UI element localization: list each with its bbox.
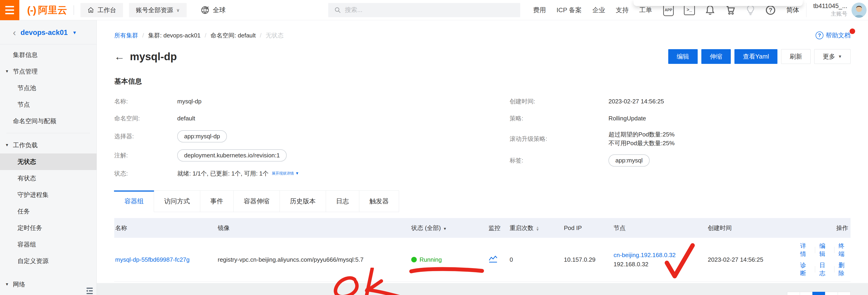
status-green-dot	[411, 257, 417, 262]
refresh-button[interactable]: 刷新	[781, 49, 810, 64]
action-edit[interactable]: 编辑	[819, 242, 830, 258]
cloudshell-icon[interactable]: >_	[684, 5, 695, 15]
sidebar-item-cronjobs[interactable]: 定时任务	[0, 220, 97, 236]
cart-icon[interactable]	[725, 5, 736, 15]
action-logs[interactable]: 日志	[819, 261, 830, 277]
col-image: 镜像	[217, 220, 411, 236]
pod-name-link[interactable]: mysql-dp-55fbd69987-fc27g	[115, 256, 190, 263]
strategy-value: RollingUpdate	[609, 115, 646, 122]
more-button[interactable]: 更多 ▼	[814, 49, 850, 64]
page-last-button[interactable]: »	[838, 292, 850, 295]
page-next-button[interactable]: ›	[825, 292, 838, 295]
sidebar-group-node-management[interactable]: ▼节点管理	[0, 63, 97, 80]
sidebar-item-pods[interactable]: 容器组	[0, 236, 97, 253]
help-circle-icon[interactable]: ?	[765, 5, 776, 15]
sidebar-item-deployments[interactable]: 无状态	[0, 154, 97, 170]
node-link[interactable]: cn-beijing.192.168.0.32	[614, 252, 676, 259]
tab-pods[interactable]: 容器组	[114, 191, 154, 212]
tab-triggers[interactable]: 触发器	[359, 191, 399, 212]
sort-icon[interactable]: ▲▼	[536, 226, 539, 231]
tag-label: 标签:	[509, 157, 609, 164]
svg-text:?: ?	[769, 7, 772, 13]
sidebar-item-nodes[interactable]: 节点	[0, 96, 97, 113]
tab-history[interactable]: 历史版本	[280, 191, 326, 212]
view-yaml-button[interactable]: 查看Yaml	[735, 49, 778, 64]
global-search[interactable]	[328, 3, 520, 17]
col-created: 创建时间	[707, 220, 800, 236]
workbench-button[interactable]: 工作台	[81, 3, 123, 17]
selector-tag: app:mysql-dp	[177, 130, 227, 142]
pod-node: cn-beijing.192.168.0.32 192.168.0.32	[613, 246, 707, 273]
tab-access[interactable]: 访问方式	[154, 191, 200, 212]
breadcrumb: 所有集群 / 集群: devops-ack01 / 命名空间: default …	[114, 31, 284, 39]
notifications-bell-icon[interactable]	[705, 5, 715, 15]
triangle-down-icon: ▼	[5, 282, 9, 287]
page-1-button[interactable]: 1	[812, 292, 825, 295]
sidebar-group-network[interactable]: ▼网络	[0, 276, 97, 293]
sidebar-group-workloads[interactable]: ▼工作负载	[0, 137, 97, 154]
action-diagnose[interactable]: 诊断	[800, 261, 811, 277]
namespace-value: default	[177, 115, 195, 122]
sidebar-item-jobs[interactable]: 任务	[0, 203, 97, 220]
page-prev-button[interactable]: ‹	[800, 292, 813, 295]
avatar[interactable]	[851, 3, 867, 18]
tab-events[interactable]: 事件	[200, 191, 234, 212]
nav-link-billing[interactable]: 费用	[533, 6, 546, 14]
language-selector[interactable]: 简体	[786, 6, 799, 14]
triangle-down-icon: ▼	[5, 143, 9, 148]
page-first-button[interactable]: «	[787, 292, 800, 295]
global-label: 全球	[213, 6, 226, 14]
sidebar-item-daemonsets[interactable]: 守护进程集	[0, 187, 97, 203]
action-terminal[interactable]: 终端	[839, 242, 849, 258]
all-resources-label: 账号全部资源	[136, 6, 173, 14]
search-input[interactable]	[345, 6, 514, 13]
cluster-sidebar: ‹ devops-ack01 ▼ 集群信息 ▼节点管理 节点池 节点 命名空间与…	[0, 20, 97, 295]
expand-status-link[interactable]: 展开现状详情 ▼	[272, 171, 299, 176]
help-doc-link[interactable]: ? 帮助文档	[815, 31, 850, 39]
col-monitor: 监控	[488, 220, 509, 236]
sidebar-item-custom-resources[interactable]: 自定义资源	[0, 253, 97, 269]
nav-link-icp[interactable]: ICP 备案	[557, 6, 582, 14]
lightbulb-icon[interactable]	[746, 5, 755, 15]
edit-button[interactable]: 编辑	[668, 49, 698, 64]
action-delete[interactable]: 删除	[839, 261, 849, 277]
scale-button[interactable]: 伸缩	[701, 49, 731, 64]
account-type-label: 主账号	[831, 10, 847, 18]
open-dropdown-panel	[633, 0, 803, 6]
workbench-label: 工作台	[97, 6, 116, 14]
col-restarts: 重启次数▲▼	[509, 220, 563, 236]
top-navbar: (-) 阿里云 工作台 账号全部资源 ∨ 全球 费用 ICP 备案 企业 支持 …	[0, 0, 868, 20]
nav-link-enterprise[interactable]: 企业	[592, 6, 605, 14]
breadcrumb-current: 无状态	[266, 31, 284, 39]
status-filter-icon[interactable]: ▼	[443, 227, 447, 231]
detail-tabs: 容器组 访问方式 事件 容器伸缩 历史版本 日志 触发器	[114, 191, 850, 212]
back-arrow-icon[interactable]: ←	[114, 51, 125, 62]
action-details[interactable]: 详情	[800, 242, 811, 258]
account-info[interactable]: tb411045_... 主账号	[813, 3, 847, 18]
nav-link-support[interactable]: 支持	[616, 6, 629, 14]
nav-link-tickets[interactable]: 工单	[639, 6, 652, 14]
created-label: 创建时间:	[509, 97, 609, 105]
sidebar-item-cluster-info[interactable]: 集群信息	[0, 46, 97, 63]
breadcrumb-all-clusters[interactable]: 所有集群	[114, 31, 138, 39]
divider	[6, 133, 90, 133]
back-chevron-icon[interactable]: ‹	[13, 28, 16, 37]
col-actions: 操作	[800, 220, 850, 236]
pagination-summary: 共有1条, 每页显示: 25条	[716, 294, 780, 295]
cluster-switcher[interactable]: ‹ devops-ack01 ▼	[0, 20, 97, 44]
all-resources-dropdown[interactable]: 账号全部资源 ∨	[129, 3, 187, 17]
tab-scaling[interactable]: 容器伸缩	[234, 191, 280, 212]
tab-logs[interactable]: 日志	[326, 191, 359, 212]
sidebar-item-namespaces-quotas[interactable]: 命名空间与配额	[0, 113, 97, 129]
hamburger-menu-icon[interactable]	[0, 0, 19, 20]
sidebar-collapse-icon[interactable]	[85, 286, 94, 295]
red-dot-annotation	[849, 29, 855, 34]
basic-info-grid: 名称: mysql-dp 命名空间: default 选择器: app:mysq…	[114, 96, 850, 178]
pagination: 共有1条, 每页显示: 25条 « ‹ 1 › »	[114, 292, 850, 295]
divider	[73, 5, 74, 15]
sidebar-item-node-pools[interactable]: 节点池	[0, 80, 97, 96]
sidebar-item-statefulsets[interactable]: 有状态	[0, 170, 97, 187]
pod-monitor[interactable]	[488, 251, 509, 268]
aliyun-logo[interactable]: (-) 阿里云	[27, 4, 67, 17]
region-selector[interactable]: 全球	[200, 5, 226, 15]
